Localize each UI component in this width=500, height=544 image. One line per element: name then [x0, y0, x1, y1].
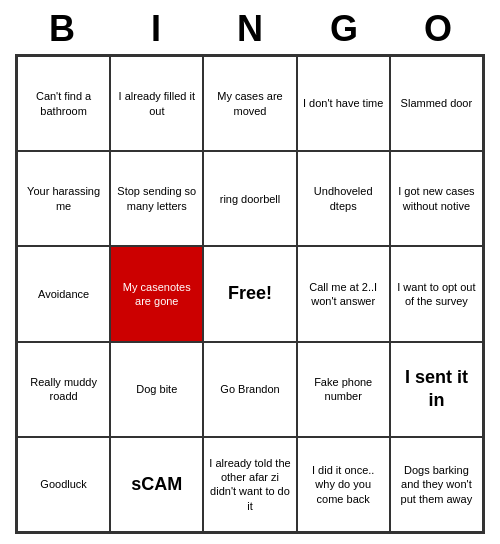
bingo-grid: Can't find a bathroomI already filled it… — [15, 54, 485, 534]
bingo-cell-17: Go Brandon — [203, 342, 296, 437]
bingo-letter-o: O — [394, 8, 482, 50]
bingo-cell-14: I want to opt out of the survey — [390, 246, 483, 341]
bingo-letter-i: I — [112, 8, 200, 50]
bingo-cell-15: Really muddy roadd — [17, 342, 110, 437]
bingo-cell-10: Avoidance — [17, 246, 110, 341]
bingo-cell-6: Stop sending so many letters — [110, 151, 203, 246]
bingo-cell-23: I did it once.. why do you come back — [297, 437, 390, 532]
bingo-cell-8: Undhoveled dteps — [297, 151, 390, 246]
bingo-header: BINGO — [15, 8, 485, 50]
bingo-cell-4: Slammed door — [390, 56, 483, 151]
bingo-cell-12: Free! — [203, 246, 296, 341]
bingo-cell-20: Goodluck — [17, 437, 110, 532]
bingo-cell-18: Fake phone number — [297, 342, 390, 437]
bingo-cell-5: Your harassing me — [17, 151, 110, 246]
bingo-cell-24: Dogs barking and they won't put them awa… — [390, 437, 483, 532]
bingo-cell-1: I already filled it out — [110, 56, 203, 151]
bingo-letter-b: B — [18, 8, 106, 50]
bingo-cell-9: I got new cases without notive — [390, 151, 483, 246]
bingo-cell-19: I sent it in — [390, 342, 483, 437]
bingo-cell-2: My cases are moved — [203, 56, 296, 151]
bingo-cell-13: Call me at 2..I won't answer — [297, 246, 390, 341]
bingo-letter-n: N — [206, 8, 294, 50]
bingo-cell-22: I already told the other afar zi didn't … — [203, 437, 296, 532]
bingo-cell-3: I don't have time — [297, 56, 390, 151]
bingo-cell-21: sCAM — [110, 437, 203, 532]
bingo-cell-0: Can't find a bathroom — [17, 56, 110, 151]
bingo-cell-7: ring doorbell — [203, 151, 296, 246]
bingo-letter-g: G — [300, 8, 388, 50]
bingo-cell-16: Dog bite — [110, 342, 203, 437]
bingo-cell-11: My casenotes are gone — [110, 246, 203, 341]
